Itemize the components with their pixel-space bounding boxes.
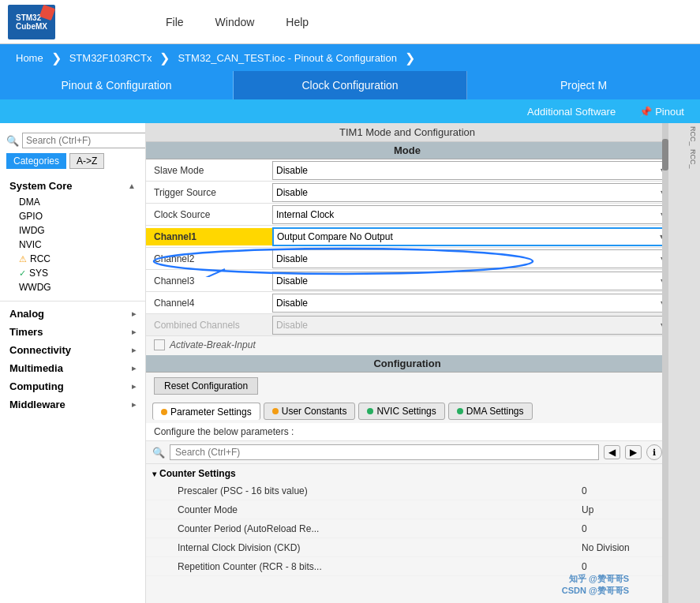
channel1-value: Output Compare No Output <box>277 231 393 242</box>
channel3-label: Channel3 <box>146 272 272 290</box>
param-search-input[interactable] <box>170 444 599 460</box>
sidebar-group-analog[interactable]: Analog ▸ <box>0 305 145 323</box>
sidebar-item-rcc[interactable]: RCC <box>0 252 145 266</box>
param-info-button[interactable]: ℹ <box>646 444 662 460</box>
param-row-counter-period: Counter Period (AutoReload Re... 0 <box>146 519 668 538</box>
computing-label: Computing <box>9 380 64 392</box>
analog-label: Analog <box>9 308 44 320</box>
menu-file[interactable]: File <box>166 16 184 28</box>
sidebar-group-middleware[interactable]: Middleware ▸ <box>0 395 145 414</box>
sidebar-item-gpio[interactable]: GPIO <box>0 209 145 223</box>
user-tab-label: User Constants <box>282 406 347 417</box>
sub-tab-pinout[interactable]: 📌 Pinout <box>639 106 684 118</box>
activate-break-label: Activate-Break-Input <box>170 339 256 350</box>
param-nav-prev[interactable]: ◀ <box>604 445 620 459</box>
param-nav-next[interactable]: ▶ <box>625 445 642 459</box>
menu-window[interactable]: Window <box>215 16 255 28</box>
sidebar-item-dma[interactable]: DMA <box>0 195 145 209</box>
rcr-value[interactable]: 0 <box>574 560 668 574</box>
system-core-arrow: ▲ <box>128 182 136 190</box>
sidebar: 🔍 ▾ ⚙ Categories A->Z System Core ▲ DMA … <box>0 123 146 603</box>
sidebar-item-wwdg[interactable]: WWDG <box>0 280 145 294</box>
channel2-select[interactable]: Disable ▾ <box>272 249 668 268</box>
timers-arrow: ▸ <box>132 328 136 336</box>
param-search-icon: 🔍 <box>152 447 165 459</box>
channel4-select[interactable]: Disable ▾ <box>272 294 668 313</box>
system-core-label: System Core <box>9 180 72 192</box>
scrollbar-thumb[interactable] <box>662 139 668 170</box>
pinout-icon: 📌 <box>639 106 652 118</box>
config-section-header: Configuration <box>146 355 668 373</box>
breadcrumb-device[interactable]: STM32F103RCTx <box>62 52 160 64</box>
combined-channels-label: Combined Channels <box>146 316 272 334</box>
counter-settings-group: ▾ Counter Settings Prescaler (PSC - 16 b… <box>146 464 668 578</box>
ckd-value[interactable]: No Division <box>574 541 668 555</box>
counter-period-value[interactable]: 0 <box>574 522 668 536</box>
channel2-row: Channel2 Disable ▾ <box>146 248 668 270</box>
breadcrumb-sep-3: ❯ <box>405 51 415 66</box>
sidebar-group-multimedia[interactable]: Multimedia ▸ <box>0 359 145 377</box>
tab-dma-settings[interactable]: DMA Settings <box>448 403 533 420</box>
channel1-select[interactable]: Output Compare No Output ▾ <box>272 227 668 246</box>
tab-user-constants[interactable]: User Constants <box>264 403 356 420</box>
scrollbar[interactable] <box>662 123 668 603</box>
param-row-prescaler: Prescaler (PSC - 16 bits value) 0 <box>146 481 668 500</box>
tab-pinout[interactable]: Pinout & Configuration <box>0 71 234 99</box>
combined-channels-select: Disable ▾ <box>272 316 668 335</box>
sidebar-item-sys[interactable]: SYS <box>0 266 145 280</box>
nvic-tab-dot <box>367 408 373 414</box>
dma-label: DMA <box>19 197 40 208</box>
param-search-row: 🔍 ◀ ▶ ℹ <box>146 441 668 464</box>
computing-arrow: ▸ <box>132 382 136 391</box>
sidebar-item-nvic[interactable]: NVIC <box>0 238 145 252</box>
right-panel-label-1: RCC_ <box>689 126 697 146</box>
cat-tab-atoz[interactable]: A->Z <box>69 153 104 169</box>
content-area: TIM1 Mode and Configuration Mode Slave M… <box>146 123 668 603</box>
breadcrumb-project[interactable]: STM32_CAN_TEST.ioc - Pinout & Configurat… <box>170 52 404 64</box>
clock-source-label: Clock Source <box>146 206 272 223</box>
slave-mode-select[interactable]: Disable ▾ <box>272 161 668 180</box>
counter-mode-name: Counter Mode <box>146 503 574 517</box>
prescaler-value[interactable]: 0 <box>574 484 668 498</box>
cat-tab-categories[interactable]: Categories <box>6 153 66 169</box>
tab-bar: Pinout & Configuration Clock Configurati… <box>0 71 700 99</box>
counter-mode-value[interactable]: Up <box>574 503 668 517</box>
timers-label: Timers <box>9 326 43 338</box>
trigger-source-select[interactable]: Disable ▾ <box>272 183 668 202</box>
right-panel: RCC_ RCC_ <box>668 123 700 603</box>
sidebar-item-iwdg[interactable]: IWDG <box>0 223 145 238</box>
middleware-label: Middleware <box>9 399 66 410</box>
reset-config-button[interactable]: Reset Configuration <box>154 377 258 395</box>
trigger-source-value: Disable <box>276 187 308 198</box>
wwdg-label: WWDG <box>19 282 51 293</box>
menu-help[interactable]: Help <box>286 16 309 28</box>
breadcrumb-home[interactable]: Home <box>8 52 51 64</box>
activate-break-checkbox[interactable] <box>154 339 165 350</box>
channel3-select[interactable]: Disable ▾ <box>272 272 668 290</box>
multimedia-label: Multimedia <box>9 362 63 374</box>
combined-channels-row: Combined Channels Disable ▾ <box>146 314 668 336</box>
sidebar-group-computing[interactable]: Computing ▸ <box>0 377 145 395</box>
sidebar-group-system-core[interactable]: System Core ▲ <box>0 177 145 195</box>
channel4-row: Channel4 Disable ▾ <box>146 292 668 314</box>
nvic-label: NVIC <box>19 239 42 250</box>
sub-tab-additional[interactable]: Additional Software <box>527 106 616 118</box>
sidebar-search-input[interactable] <box>22 133 146 148</box>
connectivity-arrow: ▸ <box>132 346 136 354</box>
clock-source-select[interactable]: Internal Clock ▾ <box>272 205 668 224</box>
sidebar-group-connectivity[interactable]: Connectivity ▸ <box>0 341 145 359</box>
sidebar-system-core-section: System Core ▲ DMA GPIO IWDG NVIC RCC SYS <box>0 174 145 298</box>
param-header: Configure the below parameters : <box>146 423 668 441</box>
tab-parameter-settings[interactable]: Parameter Settings <box>152 403 260 420</box>
tab-nvic-settings[interactable]: NVIC Settings <box>358 403 444 420</box>
param-tab-dot <box>161 409 167 415</box>
dma-tab-label: DMA Settings <box>466 406 524 417</box>
tab-project[interactable]: Project M <box>467 71 700 99</box>
tab-clock[interactable]: Clock Configuration <box>234 71 467 99</box>
counter-group-header[interactable]: ▾ Counter Settings <box>146 466 668 481</box>
sidebar-group-timers[interactable]: Timers ▸ <box>0 323 145 341</box>
middleware-arrow: ▸ <box>132 400 136 409</box>
search-icon: 🔍 <box>6 135 19 147</box>
breadcrumb: Home ❯ STM32F103RCTx ❯ STM32_CAN_TEST.io… <box>0 44 700 71</box>
rcr-name: Repetition Counter (RCR - 8 bits... <box>146 560 574 574</box>
